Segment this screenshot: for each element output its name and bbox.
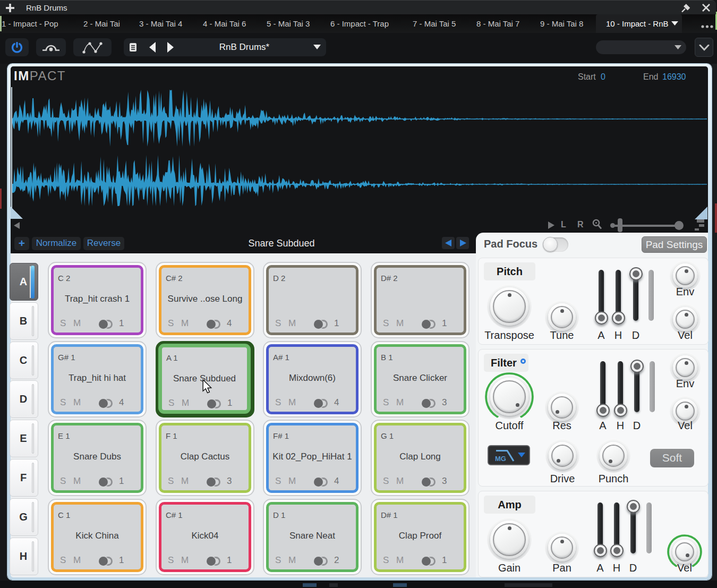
svg-text:MG: MG: [495, 455, 506, 463]
